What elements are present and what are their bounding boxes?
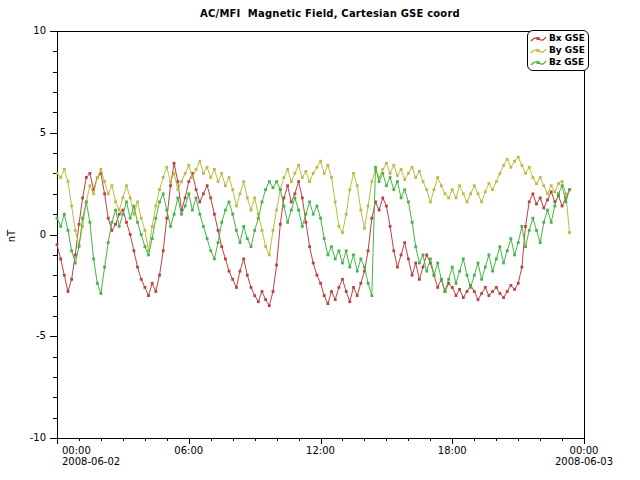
x-tick-label: 00:00 <box>62 445 91 456</box>
x-tick-label: 18:00 <box>427 445 477 456</box>
x-date-label: 2008-06-02 <box>62 456 120 467</box>
series-bx-gse <box>56 162 571 307</box>
bz-line-marker-icon <box>530 58 547 67</box>
legend-label-by: By GSE <box>549 44 585 56</box>
x-date-label: 2008-06-03 <box>544 456 624 467</box>
x-tick-label: 12:00 <box>296 445 346 456</box>
legend-item-bz: Bz GSE <box>530 56 585 68</box>
y-tick-label: -5 <box>14 330 46 341</box>
y-tick-label: -10 <box>14 432 46 443</box>
x-tick-label: 06:00 <box>164 445 214 456</box>
legend-label-bz: Bz GSE <box>549 56 584 68</box>
y-tick-label: 0 <box>14 229 46 240</box>
plot-frame <box>58 32 585 439</box>
x-tick-label: 00:00 <box>559 445 609 456</box>
plot-area <box>0 0 640 480</box>
y-tick-label: 10 <box>14 25 46 36</box>
legend-item-by: By GSE <box>530 44 585 56</box>
legend-label-bx: Bx GSE <box>549 32 585 44</box>
legend-item-bx: Bx GSE <box>530 32 585 44</box>
bx-line-marker-icon <box>530 34 547 43</box>
legend: Bx GSE By GSE Bz GSE <box>527 30 589 71</box>
magnetic-field-chart: AC/MFI Magnetic Field, Cartesian GSE coo… <box>0 0 640 480</box>
by-line-marker-icon <box>530 46 547 55</box>
y-tick-label: 5 <box>14 127 46 138</box>
series-bz-gse <box>56 166 571 297</box>
